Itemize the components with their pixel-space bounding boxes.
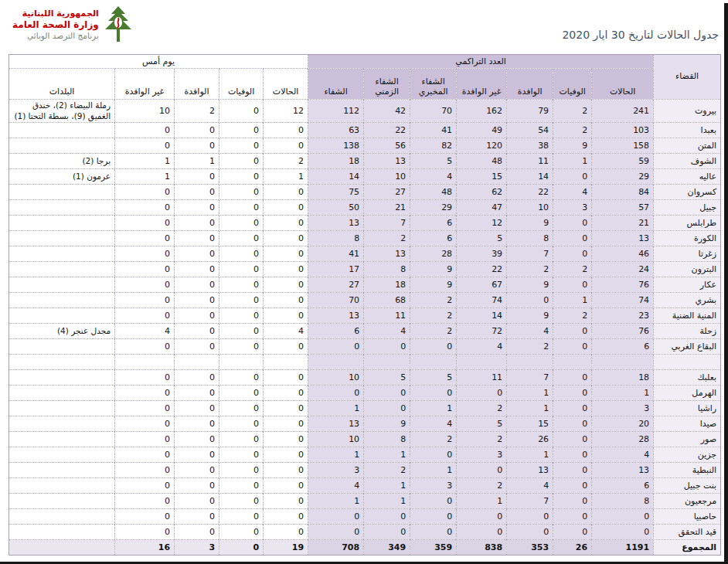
yd-nonimported-cell xyxy=(115,355,175,370)
towns-cell xyxy=(9,293,115,308)
yd-cases-cell: 0 xyxy=(264,200,308,216)
towns-cell xyxy=(9,200,115,216)
district-cell: النبطية xyxy=(654,463,721,478)
yd-nonimported-cell: 0 xyxy=(115,339,175,355)
yd-cases-cell: 0 xyxy=(264,231,308,246)
cum-recovery-cell: 70 xyxy=(308,293,364,308)
cum-cases-cell: 21 xyxy=(592,216,654,231)
column-header-cum-cases: الحالات xyxy=(592,69,654,100)
yd-deaths-cell xyxy=(219,355,264,370)
cum-imported-cell: 9 xyxy=(507,277,553,293)
yd-imported-cell: 2 xyxy=(175,100,219,123)
yd-nonimported-cell: 0 xyxy=(115,308,175,324)
cum-cases-cell: 13 xyxy=(592,463,654,478)
group-header-cumulative: العدد التراكمي xyxy=(308,55,654,69)
cum-deaths-cell: 0 xyxy=(553,416,592,432)
yd-imported-cell: 0 xyxy=(175,200,219,216)
table-row: جزين 4 0 1 3 0 1 1 0 0 0 0 xyxy=(9,447,721,463)
cum-recovery-cell: 17 xyxy=(308,262,364,277)
cum-lab-recovery-cell: 0 xyxy=(410,509,457,525)
yd-deaths-cell: 0 xyxy=(219,540,264,556)
cum-cases-cell: 46 xyxy=(592,246,654,262)
cum-cases-cell: 23 xyxy=(592,308,654,324)
cum-time-recovery-cell: 56 xyxy=(364,138,410,154)
towns-cell xyxy=(9,447,115,463)
table-row: المتن 158 9 38 120 82 56 138 0 0 0 0 xyxy=(9,138,721,154)
cum-time-recovery-cell: 1 xyxy=(364,478,410,494)
cum-lab-recovery-cell: 0 xyxy=(410,447,457,463)
cum-time-recovery-cell: 0 xyxy=(364,401,410,416)
cum-nonimported-cell: 47 xyxy=(457,200,507,216)
cum-imported-cell xyxy=(507,355,553,370)
towns-cell xyxy=(9,231,115,246)
cum-deaths-cell: 0 xyxy=(553,386,592,401)
yd-deaths-cell: 0 xyxy=(219,231,264,246)
cum-deaths-cell: 0 xyxy=(553,509,592,525)
column-header-yd-deaths: الوفيات xyxy=(219,69,264,100)
cum-nonimported-cell: 67 xyxy=(457,277,507,293)
cum-lab-recovery-cell: 0 xyxy=(410,386,457,401)
yd-deaths-cell: 0 xyxy=(219,386,264,401)
cum-deaths-cell: 0 xyxy=(553,370,592,386)
cum-deaths-cell: 0 xyxy=(553,432,592,447)
cum-deaths-cell: 4 xyxy=(553,185,592,200)
cum-imported-cell: 9 xyxy=(507,308,553,324)
cum-lab-recovery-cell: 70 xyxy=(410,100,457,123)
yd-cases-cell: 0 xyxy=(264,447,308,463)
yd-nonimported-cell: 0 xyxy=(115,401,175,416)
cum-deaths-cell: 26 xyxy=(553,540,592,556)
cum-recovery-cell: 13 xyxy=(308,308,364,324)
cum-recovery-cell: 1 xyxy=(308,447,364,463)
cum-cases-cell: 24 xyxy=(592,262,654,277)
cum-deaths-cell: 2 xyxy=(553,262,592,277)
yd-deaths-cell: 0 xyxy=(219,525,264,540)
cum-cases-cell: 59 xyxy=(592,154,654,169)
cum-lab-recovery-cell: 2 xyxy=(410,293,457,308)
table-row: حاصبيا 0 0 0 0 0 0 0 0 0 0 0 xyxy=(9,509,721,525)
yd-cases-cell: 0 xyxy=(264,262,308,277)
cum-cases-cell: 103 xyxy=(592,123,654,138)
cum-imported-cell: 2 xyxy=(507,339,553,355)
table-row: بيروت 241 2 79 162 70 42 112 12 0 2 10 ر… xyxy=(9,100,721,123)
district-cell: جزين xyxy=(654,447,721,463)
yd-imported-cell: 0 xyxy=(175,525,219,540)
cum-deaths-cell: 1 xyxy=(553,293,592,308)
yd-deaths-cell: 0 xyxy=(219,154,264,169)
towns-cell xyxy=(9,370,115,386)
cum-cases-cell: 8 xyxy=(592,494,654,509)
yd-nonimported-cell: 4 xyxy=(115,324,175,339)
cum-imported-cell: 54 xyxy=(507,123,553,138)
towns-cell xyxy=(9,277,115,293)
yd-cases-cell: 0 xyxy=(264,246,308,262)
table-row: الشوف 59 1 11 48 5 13 18 2 0 1 1 برجا (2… xyxy=(9,154,721,169)
table-row: الهرمل 1 0 1 0 0 0 0 0 0 0 0 xyxy=(9,386,721,401)
yd-cases-cell: 0 xyxy=(264,339,308,355)
cum-deaths-cell: 2 xyxy=(553,308,592,324)
cum-nonimported-cell: 4 xyxy=(457,339,507,355)
yd-cases-cell: 1 xyxy=(264,169,308,185)
cum-recovery-cell: 138 xyxy=(308,138,364,154)
table-row: بنت جبيل 6 0 4 2 3 1 4 0 0 0 0 xyxy=(9,478,721,494)
cum-recovery-cell: 41 xyxy=(308,246,364,262)
yd-imported-cell: 0 xyxy=(175,262,219,277)
yd-cases-cell: 0 xyxy=(264,494,308,509)
column-header-yd-imported: الوافدة xyxy=(175,69,219,100)
district-cell: زحلة xyxy=(654,324,721,339)
yd-nonimported-cell: 0 xyxy=(115,525,175,540)
yd-cases-cell: 0 xyxy=(264,308,308,324)
cum-lab-recovery-cell xyxy=(410,355,457,370)
cum-deaths-cell: 1 xyxy=(553,154,592,169)
table-row: مرجعيون 8 0 7 1 0 1 1 0 0 0 0 xyxy=(9,494,721,509)
cum-time-recovery-cell: 0 xyxy=(364,525,410,540)
cum-imported-cell: 22 xyxy=(507,185,553,200)
column-header-cum-nonimported: غير الوافدة xyxy=(457,69,507,100)
cum-nonimported-cell: 0 xyxy=(457,386,507,401)
cum-lab-recovery-cell: 4 xyxy=(410,169,457,185)
cum-lab-recovery-cell: 48 xyxy=(410,185,457,200)
district-cell: عاليه xyxy=(654,169,721,185)
cum-lab-recovery-cell: 0 xyxy=(410,339,457,355)
district-cell: بشري xyxy=(654,293,721,308)
table-row: صيدا 20 0 15 5 4 9 13 0 0 0 0 xyxy=(9,416,721,432)
cum-time-recovery-cell: 7 xyxy=(364,216,410,231)
cum-lab-recovery-cell: 0 xyxy=(410,494,457,509)
